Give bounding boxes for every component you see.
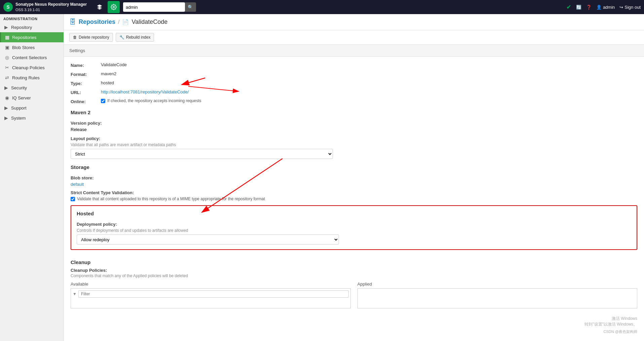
hosted-section-title: Hosted xyxy=(77,211,631,218)
cleanup-icon: ✂ xyxy=(4,65,10,70)
available-label: Available xyxy=(71,282,351,287)
hosted-section: Hosted Deployment policy: Controls if de… xyxy=(71,205,637,250)
search-input[interactable] xyxy=(123,2,185,12)
topbar: S Sonatype Nexus Repository Manager OSS … xyxy=(0,0,644,14)
svg-point-0 xyxy=(113,6,115,8)
strict-checkbox-label[interactable]: Validate that all content uploaded to th… xyxy=(71,197,637,201)
layout-policy-label: Layout policy: xyxy=(71,136,637,141)
system-expand-icon: ▶ xyxy=(3,115,9,121)
status-icon: ✔ xyxy=(566,3,571,11)
sidebar-item-security[interactable]: ▶ Security xyxy=(0,83,64,93)
settings-tab[interactable]: Settings xyxy=(64,45,644,57)
sidebar-item-label: Security xyxy=(11,85,27,90)
content-area: 🗄 Repositories / 📄 ValidateCode 🗑 Delete… xyxy=(64,14,644,341)
breadcrumb-parent[interactable]: Repositories xyxy=(79,18,115,26)
sidebar-item-label: Blob Stores xyxy=(12,45,35,50)
user-icon: 👤 xyxy=(596,5,602,10)
layout-policy-hint: Validate that all paths are maven artifa… xyxy=(71,142,637,147)
available-list: ▼ xyxy=(71,288,351,308)
security-expand-icon: ▶ xyxy=(3,85,9,90)
strict-checkbox[interactable] xyxy=(71,197,75,201)
online-field-row: Online: If checked, the repository accep… xyxy=(71,98,637,104)
sidebar-item-cleanup-policies[interactable]: ✂ Cleanup Policies xyxy=(0,62,64,73)
settings-icon[interactable] xyxy=(108,1,120,13)
nav-icons xyxy=(93,1,120,13)
repositories-icon: ▦ xyxy=(4,35,10,40)
breadcrumb-page-icon: 📄 xyxy=(122,19,129,25)
strict-content-checkbox-row: Validate that all content uploaded to th… xyxy=(71,197,637,201)
type-field-row: Type: hosted xyxy=(71,80,637,86)
cleanup-policies-label: Cleanup Policies: xyxy=(71,268,637,273)
sidebar-item-label: Support xyxy=(11,105,27,111)
blob-store-label: Blob store: xyxy=(71,175,637,180)
blob-store-value: default xyxy=(71,182,637,187)
sidebar-item-label: System xyxy=(11,116,26,121)
sidebar-item-routing-rules[interactable]: ⇄ Routing Rules xyxy=(0,73,64,83)
blob-stores-icon: ▣ xyxy=(4,45,10,50)
version-policy-value: Release xyxy=(71,127,637,132)
search-wrapper: 🔍 xyxy=(123,2,196,12)
sidebar-item-blob-stores[interactable]: ▣ Blob Stores xyxy=(0,42,64,52)
storage-section-title: Storage xyxy=(71,164,637,171)
name-field-row: Name: ValidateCode xyxy=(71,62,637,68)
brand-icon: S xyxy=(3,2,13,12)
sidebar-item-label: Repositories xyxy=(12,35,36,40)
sidebar-item-content-selectors[interactable]: ◎ Content Selectors xyxy=(0,52,64,62)
rebuild-icon: 🔧 xyxy=(119,35,124,40)
cube-icon[interactable] xyxy=(93,1,106,13)
sidebar-item-system[interactable]: ▶ System xyxy=(0,113,64,123)
filter-input[interactable] xyxy=(78,290,349,298)
available-column: Available ▼ xyxy=(71,282,351,308)
delete-icon: 🗑 xyxy=(73,35,77,40)
url-field-row: URL: http://localhost:7081/repository/Va… xyxy=(71,89,637,95)
filter-row: ▼ xyxy=(73,290,349,298)
delete-repository-button[interactable]: 🗑 Delete repository xyxy=(69,33,113,42)
iq-icon: ◉ xyxy=(4,95,10,100)
layout-policy-select[interactable]: Strict Permissive xyxy=(71,149,333,159)
content-wrapper: 🗄 Repositories / 📄 ValidateCode 🗑 Delete… xyxy=(64,14,644,319)
breadcrumb: 🗄 Repositories / 📄 ValidateCode xyxy=(64,14,644,30)
deployment-policy-select[interactable]: Allow redeploy Disable redeploy Read-onl… xyxy=(77,235,339,245)
sidebar-item-label: Repository xyxy=(11,25,32,30)
cleanup-section-title: Cleanup xyxy=(71,259,637,265)
expand-icon: ▶ xyxy=(3,25,9,30)
online-checkbox[interactable] xyxy=(101,99,105,103)
rebuild-index-button[interactable]: 🔧 Rebuild index xyxy=(116,33,154,42)
topbar-right: ✔ 🔄 ❓ 👤 admin ↪ Sign out xyxy=(566,3,641,11)
sidebar-item-repository[interactable]: ▶ Repository xyxy=(0,22,64,32)
help-icon[interactable]: ❓ xyxy=(586,5,592,10)
search-button[interactable]: 🔍 xyxy=(185,2,196,12)
sidebar-item-iq-server[interactable]: ◉ IQ Server xyxy=(0,93,64,103)
sidebar-item-support[interactable]: ▶ Support xyxy=(0,103,64,113)
breadcrumb-separator: / xyxy=(118,19,119,25)
main-layout: Administration ▶ Repository ▦ Repositori… xyxy=(0,14,644,341)
applied-column: Applied xyxy=(357,282,638,308)
url-link[interactable]: http://localhost:7081/repository/Validat… xyxy=(101,89,189,94)
user-menu[interactable]: 👤 admin xyxy=(596,5,615,10)
admin-label: Administration xyxy=(0,14,64,22)
cleanup-hint: Components that match any of the Applied… xyxy=(71,273,637,278)
breadcrumb-current: ValidateCode xyxy=(131,18,167,26)
brand: S Sonatype Nexus Repository Manager OSS … xyxy=(3,2,87,12)
support-expand-icon: ▶ xyxy=(3,105,9,111)
filter-icon: ▼ xyxy=(73,292,77,296)
format-field-row: Format: maven2 xyxy=(71,71,637,77)
strict-content-label: Strict Content Type Validation: xyxy=(71,190,637,195)
refresh-icon[interactable]: 🔄 xyxy=(576,5,581,10)
deployment-policy-hint: Controls if deployments of and updates t… xyxy=(77,228,631,233)
sidebar-item-label: IQ Server xyxy=(12,95,31,100)
format-value: maven2 xyxy=(101,71,116,76)
deployment-policy-label: Deployment policy: xyxy=(77,222,631,227)
sidebar-item-label: Content Selectors xyxy=(12,55,47,60)
online-checkbox-label[interactable]: If checked, the repository accepts incom… xyxy=(101,98,201,103)
sidebar-item-label: Cleanup Policies xyxy=(12,65,45,70)
type-value: hosted xyxy=(101,80,114,85)
signout-icon: ↪ xyxy=(619,5,623,10)
brand-text: Sonatype Nexus Repository Manager OSS 3.… xyxy=(15,2,87,12)
signout-button[interactable]: ↪ Sign out xyxy=(619,5,641,10)
blob-store-link[interactable]: default xyxy=(71,182,84,187)
version-policy-label: Version policy: xyxy=(71,121,637,126)
content-selectors-icon: ◎ xyxy=(4,55,10,60)
breadcrumb-db-icon: 🗄 xyxy=(69,18,76,26)
sidebar-item-repositories[interactable]: ▦ Repositories xyxy=(0,32,64,42)
